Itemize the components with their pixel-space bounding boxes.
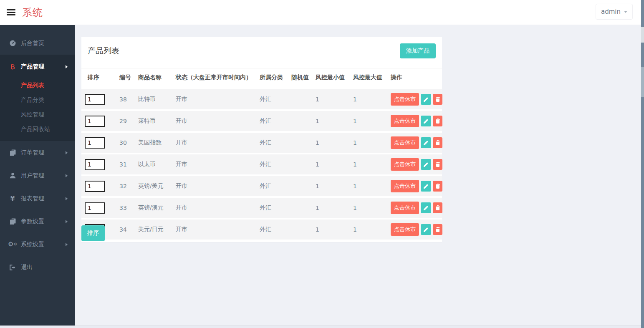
cell-risk-max: 1 xyxy=(350,111,387,131)
sidebar-item-dashboard[interactable]: 后台首页 xyxy=(0,32,75,55)
product-list-card: 产品列表 添加产品 排序 编号 商品名称 状态（大盘正常开市时间内） 所属分类 … xyxy=(81,37,442,242)
sidebar-subitem-product-recycle[interactable]: 产品回收站 xyxy=(0,122,75,136)
sidebar-subitem-product-category[interactable]: 产品分类 xyxy=(0,93,75,107)
cell-risk-max: 1 xyxy=(350,176,387,196)
chevron-right-icon xyxy=(66,151,68,154)
close-market-button[interactable]: 点击休市 xyxy=(391,180,419,192)
user-menu-label: admin xyxy=(601,8,621,15)
pencil-icon xyxy=(424,227,428,232)
close-market-button[interactable]: 点击休市 xyxy=(391,158,419,171)
delete-button[interactable] xyxy=(433,181,442,192)
cell-risk-max: 1 xyxy=(350,89,387,109)
sidebar-item-label: 订单管理 xyxy=(21,149,66,156)
chevron-right-icon xyxy=(66,197,68,200)
cell-risk-min: 1 xyxy=(312,111,350,131)
cell-risk-min: 1 xyxy=(312,133,350,153)
sidebar-item-report-mgmt[interactable]: ¥ 报表管理 xyxy=(0,187,75,210)
delete-button[interactable] xyxy=(433,202,442,213)
user-menu-button[interactable]: admin xyxy=(596,4,633,20)
sort-input[interactable] xyxy=(85,202,105,214)
cell-category: 外汇 xyxy=(256,154,288,174)
sidebar-item-param-settings[interactable]: 参数设置 xyxy=(0,210,75,233)
cell-id: 31 xyxy=(116,154,135,174)
delete-button[interactable] xyxy=(433,137,442,148)
trash-icon xyxy=(436,227,440,232)
edit-button[interactable] xyxy=(421,137,431,148)
delete-button[interactable] xyxy=(433,116,442,126)
edit-button[interactable] xyxy=(421,181,431,192)
edit-button[interactable] xyxy=(421,159,431,170)
cell-name: 美元/日元 xyxy=(135,220,172,240)
col-id: 编号 xyxy=(116,68,135,88)
vertical-scrollbar[interactable] xyxy=(641,0,644,328)
sidebar-item-label: 参数设置 xyxy=(21,218,66,225)
cell-random xyxy=(288,198,312,218)
pencil-icon xyxy=(424,162,428,167)
sidebar-subitem-risk-mgmt[interactable]: 风控管理 xyxy=(0,107,75,122)
sort-input[interactable] xyxy=(85,137,105,149)
pencil-icon xyxy=(424,119,428,124)
cell-status: 开市 xyxy=(172,176,256,196)
cell-name: 比特币 xyxy=(135,89,172,109)
close-market-button[interactable]: 点击休市 xyxy=(391,136,419,149)
col-risk-max: 风控最大值 xyxy=(350,68,387,88)
sort-submit-button[interactable]: 排序 xyxy=(81,225,105,241)
pencil-icon xyxy=(424,206,428,210)
cell-category: 外汇 xyxy=(256,89,288,109)
delete-button[interactable] xyxy=(433,94,442,105)
sort-input[interactable] xyxy=(85,159,105,170)
cell-risk-min: 1 xyxy=(312,154,350,174)
cell-id: 38 xyxy=(116,89,135,109)
close-market-button[interactable]: 点击休市 xyxy=(391,93,419,106)
trash-icon xyxy=(436,162,440,167)
cell-random xyxy=(288,154,312,174)
sidebar-item-product-mgmt[interactable]: 产品管理 xyxy=(0,55,75,78)
close-market-button[interactable]: 点击休市 xyxy=(391,115,419,127)
cell-random xyxy=(288,220,312,240)
sidebar-item-user-mgmt[interactable]: 用户管理 xyxy=(0,164,75,187)
dashboard-icon xyxy=(8,40,17,47)
cell-status: 开市 xyxy=(172,89,256,109)
sort-input[interactable] xyxy=(85,94,105,105)
sidebar-item-label: 系统设置 xyxy=(21,241,66,248)
cell-category: 外汇 xyxy=(256,220,288,240)
sidebar-item-order-mgmt[interactable]: 订单管理 xyxy=(0,141,75,164)
cell-risk-min: 1 xyxy=(312,176,350,196)
sort-input[interactable] xyxy=(85,181,105,192)
cell-risk-min: 1 xyxy=(312,89,350,109)
table-row: 38 比特币 开市 外汇 1 1 点击休市 xyxy=(81,89,442,109)
cell-status: 开市 xyxy=(172,220,256,240)
horizontal-scrollbar[interactable] xyxy=(0,325,644,328)
close-market-button[interactable]: 点击休市 xyxy=(391,202,419,214)
sidebar-item-label: 退出 xyxy=(21,264,68,271)
sidebar-item-system-settings[interactable]: ⚙⚙ 系统设置 xyxy=(0,233,75,256)
sidebar-subitem-product-list[interactable]: 产品列表 xyxy=(0,78,75,93)
cell-name: 莱特币 xyxy=(135,111,172,131)
pencil-icon xyxy=(424,97,428,102)
trash-icon xyxy=(436,184,440,189)
edit-button[interactable] xyxy=(421,116,431,126)
edit-button[interactable] xyxy=(421,202,431,213)
cell-status: 开市 xyxy=(172,133,256,153)
edit-button[interactable] xyxy=(421,224,431,235)
bitcoin-icon xyxy=(8,63,17,70)
sort-input[interactable] xyxy=(85,116,105,127)
trash-icon xyxy=(436,205,440,210)
edit-button[interactable] xyxy=(421,94,431,105)
cell-status: 开市 xyxy=(172,198,256,218)
sidebar-item-label: 用户管理 xyxy=(21,172,66,179)
close-market-button[interactable]: 点击休市 xyxy=(391,223,419,236)
scrollbar-thumb[interactable] xyxy=(641,27,644,43)
table-row: 31 以太币 开市 外汇 1 1 点击休市 xyxy=(81,154,442,174)
delete-button[interactable] xyxy=(433,159,442,170)
delete-button[interactable] xyxy=(433,224,442,235)
hamburger-menu-icon[interactable] xyxy=(7,8,15,17)
sidebar: 后台首页 产品管理 产品列表 产品分类 风控管理 产品回收站 订单管理 用户管理… xyxy=(0,25,75,325)
sidebar-item-logout[interactable]: 退出 xyxy=(0,256,75,279)
files-icon xyxy=(8,218,17,225)
gears-icon: ⚙⚙ xyxy=(8,241,17,247)
add-product-button[interactable]: 添加产品 xyxy=(400,43,436,58)
trash-icon xyxy=(436,140,440,145)
top-bar: 系统 admin xyxy=(0,0,641,25)
col-actions: 操作 xyxy=(387,68,442,88)
